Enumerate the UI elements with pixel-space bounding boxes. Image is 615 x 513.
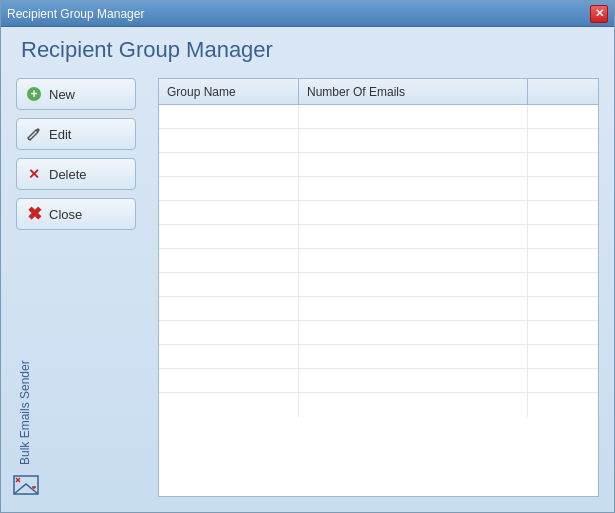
cell-extra bbox=[528, 153, 598, 176]
cell-num-emails bbox=[299, 393, 528, 417]
cell-extra bbox=[528, 345, 598, 368]
cell-group-name bbox=[159, 201, 299, 224]
col-header-group-name: Group Name bbox=[159, 79, 299, 104]
new-icon: + bbox=[25, 85, 43, 103]
cell-group-name bbox=[159, 345, 299, 368]
cell-group-name bbox=[159, 225, 299, 248]
table-row[interactable] bbox=[159, 369, 598, 393]
cell-num-emails bbox=[299, 177, 528, 200]
cell-num-emails bbox=[299, 153, 528, 176]
cell-extra bbox=[528, 225, 598, 248]
close-icon: ✖ bbox=[25, 205, 43, 223]
cell-num-emails bbox=[299, 273, 528, 296]
cell-group-name bbox=[159, 273, 299, 296]
cell-num-emails bbox=[299, 249, 528, 272]
cell-extra bbox=[528, 297, 598, 320]
cell-group-name bbox=[159, 177, 299, 200]
close-button-label: Close bbox=[49, 207, 82, 222]
cell-num-emails bbox=[299, 225, 528, 248]
window-content: Recipient Group Manager + New bbox=[1, 27, 614, 512]
title-bar-close-button[interactable]: ✕ bbox=[590, 5, 608, 23]
table-row[interactable] bbox=[159, 225, 598, 249]
col-header-num-emails: Number Of Emails bbox=[299, 79, 528, 104]
cell-group-name bbox=[159, 249, 299, 272]
close-button[interactable]: ✖ Close bbox=[16, 198, 136, 230]
delete-button[interactable]: ✕ Delete bbox=[16, 158, 136, 190]
table-row[interactable] bbox=[159, 105, 598, 129]
sidebar-label-area: Bulk Emails Sender bbox=[11, 337, 39, 497]
cell-group-name bbox=[159, 321, 299, 344]
edit-icon bbox=[25, 125, 43, 143]
left-panel: + New Edit ✕ bbox=[16, 78, 146, 497]
main-area: + New Edit ✕ bbox=[16, 78, 599, 497]
cell-group-name bbox=[159, 129, 299, 152]
cell-num-emails bbox=[299, 321, 528, 344]
cell-num-emails bbox=[299, 369, 528, 392]
table-row[interactable] bbox=[159, 297, 598, 321]
table-row[interactable] bbox=[159, 393, 598, 417]
cell-num-emails bbox=[299, 201, 528, 224]
table-panel: Group Name Number Of Emails bbox=[158, 78, 599, 497]
delete-icon: ✕ bbox=[25, 165, 43, 183]
table-row[interactable] bbox=[159, 177, 598, 201]
email-icon bbox=[11, 473, 39, 497]
sidebar-text: Bulk Emails Sender bbox=[18, 360, 32, 465]
cell-num-emails bbox=[299, 345, 528, 368]
col-header-extra bbox=[528, 79, 598, 104]
cell-extra bbox=[528, 273, 598, 296]
delete-button-label: Delete bbox=[49, 167, 87, 182]
cell-extra bbox=[528, 177, 598, 200]
cell-extra bbox=[528, 369, 598, 392]
table-body bbox=[159, 105, 598, 496]
cell-extra bbox=[528, 105, 598, 128]
new-button[interactable]: + New bbox=[16, 78, 136, 110]
new-button-label: New bbox=[49, 87, 75, 102]
table-row[interactable] bbox=[159, 201, 598, 225]
page-title: Recipient Group Manager bbox=[16, 37, 599, 63]
table-row[interactable] bbox=[159, 129, 598, 153]
cell-num-emails bbox=[299, 105, 528, 128]
main-window: Recipient Group Manager ✕ Recipient Grou… bbox=[0, 0, 615, 513]
table-row[interactable] bbox=[159, 321, 598, 345]
cell-group-name bbox=[159, 297, 299, 320]
cell-extra bbox=[528, 201, 598, 224]
cell-extra bbox=[528, 393, 598, 417]
table-row[interactable] bbox=[159, 273, 598, 297]
cell-num-emails bbox=[299, 129, 528, 152]
edit-button[interactable]: Edit bbox=[16, 118, 136, 150]
table-row[interactable] bbox=[159, 345, 598, 369]
title-bar-text: Recipient Group Manager bbox=[7, 7, 144, 21]
edit-button-label: Edit bbox=[49, 127, 71, 142]
cell-num-emails bbox=[299, 297, 528, 320]
cell-group-name bbox=[159, 393, 299, 417]
cell-extra bbox=[528, 249, 598, 272]
cell-extra bbox=[528, 129, 598, 152]
table-row[interactable] bbox=[159, 153, 598, 177]
table-header: Group Name Number Of Emails bbox=[159, 79, 598, 105]
cell-group-name bbox=[159, 369, 299, 392]
cell-group-name bbox=[159, 153, 299, 176]
table-row[interactable] bbox=[159, 249, 598, 273]
title-bar: Recipient Group Manager ✕ bbox=[1, 1, 614, 27]
cell-group-name bbox=[159, 105, 299, 128]
cell-extra bbox=[528, 321, 598, 344]
